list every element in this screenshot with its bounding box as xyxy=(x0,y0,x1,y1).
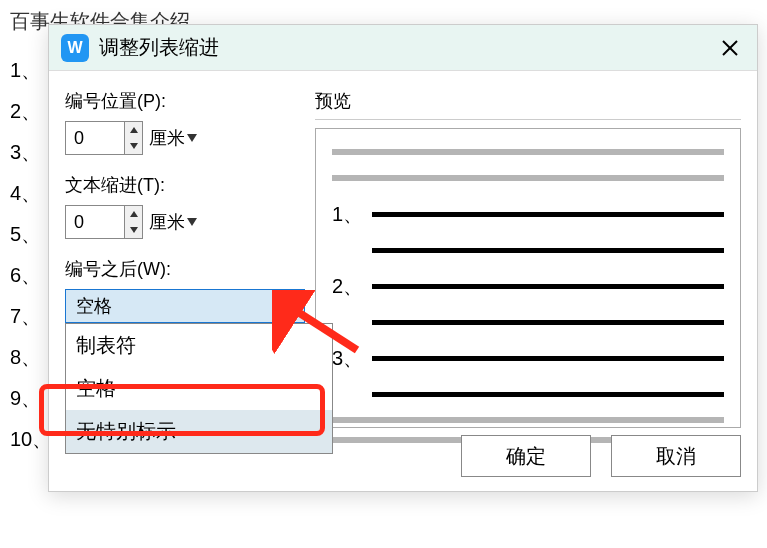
close-button[interactable] xyxy=(715,33,745,63)
preview-black-line xyxy=(372,248,724,253)
svg-marker-5 xyxy=(130,211,138,217)
chevron-down-icon xyxy=(187,218,197,226)
svg-marker-8 xyxy=(284,302,294,310)
list-item: 2、 xyxy=(10,91,52,132)
chevron-up-icon xyxy=(130,127,138,133)
chevron-down-icon xyxy=(130,227,138,233)
spinner-up-button[interactable] xyxy=(125,122,142,138)
settings-panel: 编号位置(P): 厘米 文本缩进(T): xyxy=(65,89,295,428)
list-item: 6、 xyxy=(10,255,52,296)
list-item: 1、 xyxy=(10,50,52,91)
text-indent-input[interactable] xyxy=(66,206,124,238)
preview-black-line xyxy=(372,392,724,397)
list-item: 3、 xyxy=(10,132,52,173)
preview-number-line: 1、 xyxy=(332,201,724,228)
list-item: 8、 xyxy=(10,337,52,378)
cancel-button[interactable]: 取消 xyxy=(611,435,741,477)
after-number-dropdown-list: 制表符 空格 无特别标示 xyxy=(65,323,333,454)
text-indent-unit-combo[interactable]: 厘米 xyxy=(149,210,197,234)
preview-black-line xyxy=(372,356,724,361)
list-item: 10、 xyxy=(10,419,52,460)
text-indent-label: 文本缩进(T): xyxy=(65,173,295,197)
list-item: 4、 xyxy=(10,173,52,214)
background-list: 1、 2、 3、 4、 5、 6、 7、 8、 9、 10、 xyxy=(10,50,52,460)
preview-black-line xyxy=(372,320,724,325)
unit-label: 厘米 xyxy=(149,210,185,234)
preview-number: 2、 xyxy=(332,273,362,300)
preview-number-line: 2、 xyxy=(332,273,724,300)
preview-grey-line xyxy=(332,417,724,423)
chevron-up-icon xyxy=(130,211,138,217)
svg-marker-7 xyxy=(187,218,197,226)
dropdown-option-space[interactable]: 空格 xyxy=(66,367,332,410)
chevron-down-icon xyxy=(130,143,138,149)
text-indent-spinner[interactable] xyxy=(65,205,143,239)
svg-marker-2 xyxy=(130,127,138,133)
chevron-down-icon xyxy=(187,134,197,142)
app-icon: W xyxy=(61,34,89,62)
after-number-label: 编号之后(W): xyxy=(65,257,295,281)
svg-marker-3 xyxy=(130,143,138,149)
dropdown-selected-value: 空格 xyxy=(76,294,112,318)
close-icon xyxy=(721,39,739,57)
unit-label: 厘米 xyxy=(149,126,185,150)
preview-grey-line xyxy=(332,149,724,155)
list-item: 9、 xyxy=(10,378,52,419)
number-position-spinner[interactable] xyxy=(65,121,143,155)
dialog-titlebar: W 调整列表缩进 xyxy=(49,25,757,71)
dialog-title: 调整列表缩进 xyxy=(99,34,715,61)
chevron-down-icon xyxy=(284,302,294,310)
list-item: 7、 xyxy=(10,296,52,337)
preview-grey-line xyxy=(332,175,724,181)
svg-marker-4 xyxy=(187,134,197,142)
dropdown-option-none[interactable]: 无特别标示 xyxy=(66,410,332,453)
spinner-down-button[interactable] xyxy=(125,222,142,238)
preview-number-line: 3、 xyxy=(332,345,724,372)
preview-black-line xyxy=(372,212,724,217)
preview-number: 3、 xyxy=(332,345,362,372)
spinner-down-button[interactable] xyxy=(125,138,142,154)
svg-marker-6 xyxy=(130,227,138,233)
preview-box: 1、 2、 3、 xyxy=(315,128,741,428)
list-item: 5、 xyxy=(10,214,52,255)
dropdown-option-tab[interactable]: 制表符 xyxy=(66,324,332,367)
spinner-up-button[interactable] xyxy=(125,206,142,222)
preview-black-line xyxy=(372,284,724,289)
number-position-unit-combo[interactable]: 厘米 xyxy=(149,126,197,150)
preview-panel: 预览 1、 2、 3、 xyxy=(315,89,741,428)
preview-number: 1、 xyxy=(332,201,362,228)
adjust-list-indent-dialog: W 调整列表缩进 编号位置(P): 厘米 文本缩 xyxy=(48,24,758,492)
number-position-input[interactable] xyxy=(66,122,124,154)
ok-button[interactable]: 确定 xyxy=(461,435,591,477)
dialog-footer: 确定 取消 xyxy=(461,435,741,477)
number-position-label: 编号位置(P): xyxy=(65,89,295,113)
after-number-dropdown[interactable]: 空格 xyxy=(65,289,305,323)
preview-label: 预览 xyxy=(315,89,741,120)
